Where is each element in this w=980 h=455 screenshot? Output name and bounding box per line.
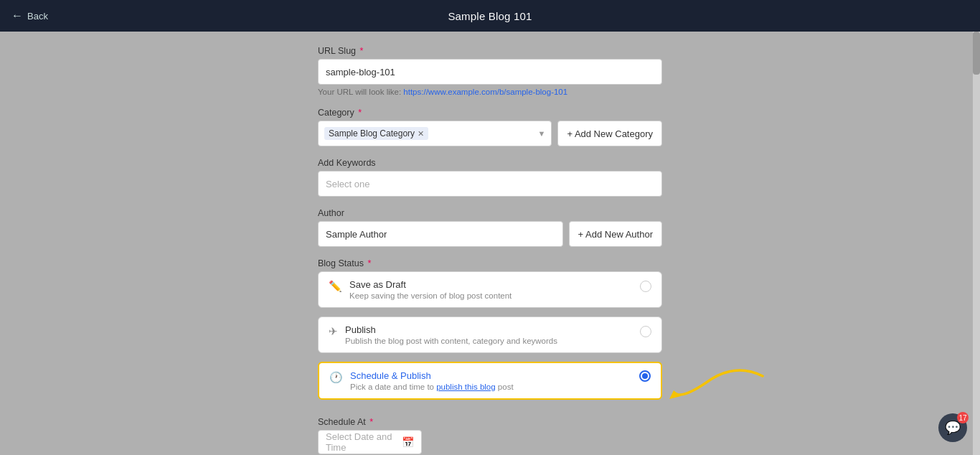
schedule-at-required: * <box>369 417 373 427</box>
author-dropdown[interactable]: Sample Author <box>318 221 563 247</box>
draft-icon: ✏️ <box>329 280 342 293</box>
form-container: URL Slug * Your URL will look like: http… <box>318 46 662 455</box>
publish-title: Publish <box>345 324 633 335</box>
date-placeholder: Select Date and Time <box>326 431 402 453</box>
author-field: Author Sample Author + Add New Author <box>318 208 662 247</box>
back-button[interactable]: ← Back <box>11 9 48 22</box>
scrollbar-track <box>973 32 980 455</box>
status-option-publish[interactable]: ✈ Publish Publish the blog post with con… <box>318 316 662 353</box>
url-slug-input[interactable] <box>318 59 662 85</box>
draft-title: Save as Draft <box>349 279 633 290</box>
status-option-draft[interactable]: ✏️ Save as Draft Keep saving the version… <box>318 271 662 308</box>
author-row: Sample Author + Add New Author <box>318 221 662 247</box>
schedule-option-container: 🕐 Schedule & Publish Pick a date and tim… <box>318 362 662 405</box>
chat-icon: 💬 <box>945 420 961 436</box>
blog-status-label: Blog Status * <box>318 258 662 268</box>
keywords-placeholder: Select one <box>326 179 369 189</box>
keywords-field: Add Keywords Select one <box>318 158 662 197</box>
publish-icon: ✈ <box>329 325 338 338</box>
annotation-arrow <box>662 355 777 412</box>
category-tag-remove[interactable]: ✕ <box>418 129 424 139</box>
category-required: * <box>358 108 362 118</box>
url-hint-link[interactable]: https://www.example.com/b/sample-blog-10… <box>403 88 567 96</box>
url-hint: Your URL will look like: https://www.exa… <box>318 88 662 96</box>
url-slug-label: URL Slug * <box>318 46 662 56</box>
top-bar: ← Back Sample Blog 101 <box>0 0 980 32</box>
category-tag: Sample Blog Category ✕ <box>324 127 428 140</box>
add-category-button[interactable]: + Add New Category <box>557 121 662 146</box>
scrollbar-thumb[interactable] <box>973 32 980 75</box>
publish-desc: Publish the blog post with content, cate… <box>345 337 633 345</box>
publish-text-wrap: Publish Publish the blog post with conte… <box>345 324 633 345</box>
draft-desc: Keep saving the version of blog post con… <box>349 291 633 300</box>
page-title: Sample Blog 101 <box>448 10 532 22</box>
category-dropdown-arrow: ▼ <box>538 129 546 138</box>
blog-status-field: Blog Status * ✏️ Save as Draft Keep savi… <box>318 258 662 405</box>
date-input[interactable]: Select Date and Time 📅 <box>318 430 422 454</box>
publish-radio[interactable] <box>640 326 651 337</box>
svg-marker-0 <box>669 390 681 399</box>
schedule-at-field: Schedule At * Select Date and Time 📅 Val… <box>318 417 662 455</box>
url-slug-required: * <box>360 46 364 56</box>
schedule-icon: 🕐 <box>329 371 343 384</box>
status-option-schedule[interactable]: 🕐 Schedule & Publish Pick a date and tim… <box>318 362 662 400</box>
schedule-text-wrap: Schedule & Publish Pick a date and time … <box>350 370 632 391</box>
blog-status-required: * <box>367 258 371 268</box>
category-row: Sample Blog Category ✕ ▼ + Add New Categ… <box>318 121 662 146</box>
schedule-title: Schedule & Publish <box>350 370 632 381</box>
category-dropdown[interactable] <box>433 128 533 139</box>
back-label: Back <box>27 11 48 22</box>
category-field: Category * Sample Blog Category ✕ ▼ + Ad… <box>318 108 662 146</box>
draft-radio[interactable] <box>640 281 651 292</box>
chat-badge: 17 <box>957 412 969 423</box>
url-slug-field: URL Slug * Your URL will look like: http… <box>318 46 662 96</box>
draft-text-wrap: Save as Draft Keep saving the version of… <box>349 279 633 300</box>
chat-widget[interactable]: 💬 17 <box>938 413 967 442</box>
calendar-icon: 📅 <box>402 436 414 448</box>
category-label: Category * <box>318 108 662 118</box>
category-select-wrap[interactable]: Sample Blog Category ✕ ▼ <box>318 121 552 146</box>
author-label: Author <box>318 208 662 218</box>
schedule-radio[interactable] <box>639 370 651 382</box>
main-content: URL Slug * Your URL will look like: http… <box>0 32 980 455</box>
schedule-desc-link[interactable]: publish this blog <box>436 383 495 391</box>
keywords-label: Add Keywords <box>318 158 662 168</box>
add-author-button[interactable]: + Add New Author <box>569 221 662 247</box>
schedule-at-label: Schedule At * <box>318 417 662 427</box>
back-arrow-icon: ← <box>11 9 23 22</box>
schedule-desc: Pick a date and time to publish this blo… <box>350 383 632 391</box>
keywords-input[interactable]: Select one <box>318 171 662 197</box>
